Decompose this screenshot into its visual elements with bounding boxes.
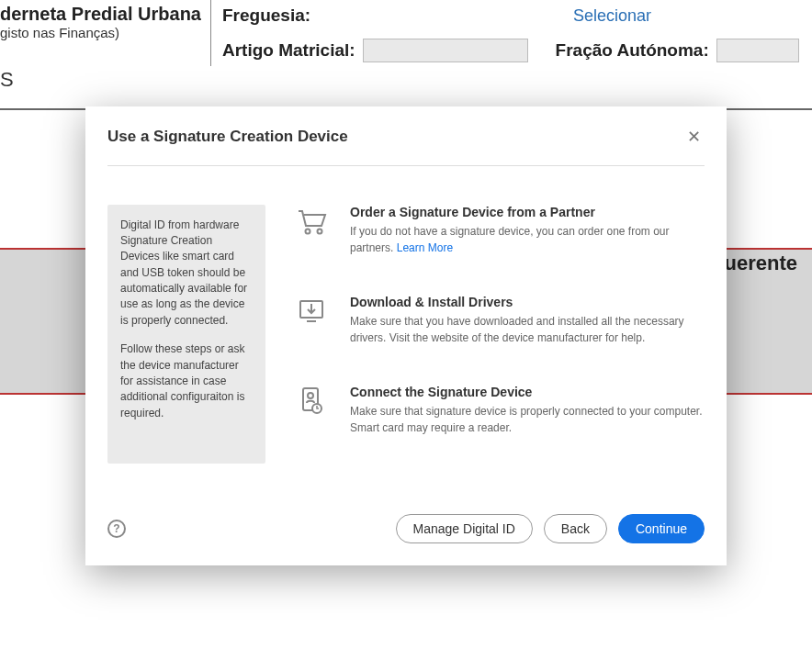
- step-order: Order a Signature Device from a Partner …: [295, 205, 705, 256]
- help-icon-symbol: ?: [113, 522, 119, 535]
- step-download-desc: Make sure that you have downloaded and i…: [350, 313, 705, 346]
- step-download: Download & Install Drivers Make sure tha…: [295, 295, 705, 346]
- back-button[interactable]: Back: [544, 514, 607, 543]
- side-info-p1: Digital ID from hardware Signature Creat…: [120, 218, 253, 330]
- footer-left: ?: [107, 520, 126, 538]
- signature-device-modal: Use a Signature Creation Device ✕ Digita…: [85, 106, 727, 565]
- manage-digital-id-button[interactable]: Manage Digital ID: [396, 514, 533, 543]
- modal-header: Use a Signature Creation Device ✕: [107, 106, 705, 166]
- modal-overlay: Use a Signature Creation Device ✕ Digita…: [0, 0, 812, 671]
- device-icon: [295, 385, 328, 418]
- continue-button[interactable]: Continue: [618, 514, 705, 543]
- help-icon[interactable]: ?: [107, 520, 126, 538]
- side-info-p2: Follow these steps or ask the device man…: [120, 341, 253, 421]
- steps-list: Order a Signature Device from a Partner …: [295, 205, 705, 496]
- modal-footer: ? Manage Digital ID Back Continue: [85, 514, 727, 565]
- step-connect-title: Connect the Signature Device: [350, 385, 705, 399]
- modal-side-info: Digital ID from hardware Signature Creat…: [107, 205, 265, 464]
- svg-point-0: [306, 229, 310, 233]
- step-order-desc: If you do not have a signature device, y…: [350, 223, 705, 256]
- modal-body: Digital ID from hardware Signature Creat…: [85, 166, 727, 514]
- svg-point-5: [308, 393, 313, 398]
- step-download-body: Download & Install Drivers Make sure tha…: [350, 295, 705, 346]
- step-order-body: Order a Signature Device from a Partner …: [350, 205, 705, 256]
- step-connect: Connect the Signature Device Make sure t…: [295, 385, 705, 436]
- svg-point-1: [318, 229, 322, 233]
- close-button[interactable]: ✕: [683, 123, 705, 151]
- learn-more-link[interactable]: Learn More: [397, 241, 453, 254]
- step-connect-desc: Make sure that signature device is prope…: [350, 403, 705, 436]
- cart-icon: [295, 205, 328, 238]
- step-connect-body: Connect the Signature Device Make sure t…: [350, 385, 705, 436]
- step-order-title: Order a Signature Device from a Partner: [350, 205, 705, 219]
- footer-buttons: Manage Digital ID Back Continue: [396, 514, 705, 543]
- download-icon: [295, 295, 328, 328]
- close-icon: ✕: [687, 128, 701, 146]
- step-download-title: Download & Install Drivers: [350, 295, 705, 309]
- modal-title: Use a Signature Creation Device: [107, 128, 348, 146]
